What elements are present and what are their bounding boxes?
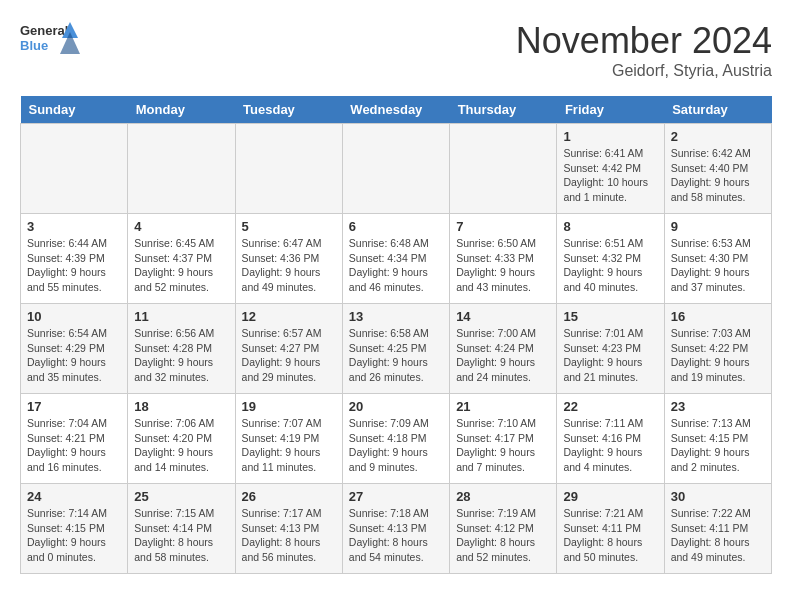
day-info: Sunrise: 6:47 AMSunset: 4:36 PMDaylight:…: [242, 236, 336, 295]
header-tuesday: Tuesday: [235, 96, 342, 124]
day-number: 11: [134, 309, 228, 324]
day-number: 19: [242, 399, 336, 414]
day-number: 18: [134, 399, 228, 414]
header-saturday: Saturday: [664, 96, 771, 124]
logo-svg: General Blue: [20, 20, 80, 58]
day-number: 15: [563, 309, 657, 324]
calendar-cell: 11Sunrise: 6:56 AMSunset: 4:28 PMDayligh…: [128, 304, 235, 394]
day-info: Sunrise: 7:21 AMSunset: 4:11 PMDaylight:…: [563, 506, 657, 565]
day-number: 3: [27, 219, 121, 234]
calendar-cell: 19Sunrise: 7:07 AMSunset: 4:19 PMDayligh…: [235, 394, 342, 484]
day-info: Sunrise: 6:56 AMSunset: 4:28 PMDaylight:…: [134, 326, 228, 385]
day-number: 21: [456, 399, 550, 414]
day-info: Sunrise: 6:50 AMSunset: 4:33 PMDaylight:…: [456, 236, 550, 295]
month-title: November 2024: [516, 20, 772, 62]
day-number: 27: [349, 489, 443, 504]
calendar-cell: 21Sunrise: 7:10 AMSunset: 4:17 PMDayligh…: [450, 394, 557, 484]
day-number: 23: [671, 399, 765, 414]
calendar-cell: 18Sunrise: 7:06 AMSunset: 4:20 PMDayligh…: [128, 394, 235, 484]
calendar-cell: 12Sunrise: 6:57 AMSunset: 4:27 PMDayligh…: [235, 304, 342, 394]
calendar-table: Sunday Monday Tuesday Wednesday Thursday…: [20, 96, 772, 574]
day-info: Sunrise: 7:22 AMSunset: 4:11 PMDaylight:…: [671, 506, 765, 565]
calendar-cell: 25Sunrise: 7:15 AMSunset: 4:14 PMDayligh…: [128, 484, 235, 574]
calendar-header: Sunday Monday Tuesday Wednesday Thursday…: [21, 96, 772, 124]
day-number: 29: [563, 489, 657, 504]
calendar-cell: 30Sunrise: 7:22 AMSunset: 4:11 PMDayligh…: [664, 484, 771, 574]
calendar-cell: 14Sunrise: 7:00 AMSunset: 4:24 PMDayligh…: [450, 304, 557, 394]
day-info: Sunrise: 7:10 AMSunset: 4:17 PMDaylight:…: [456, 416, 550, 475]
day-number: 30: [671, 489, 765, 504]
day-info: Sunrise: 7:03 AMSunset: 4:22 PMDaylight:…: [671, 326, 765, 385]
day-info: Sunrise: 7:06 AMSunset: 4:20 PMDaylight:…: [134, 416, 228, 475]
day-info: Sunrise: 7:11 AMSunset: 4:16 PMDaylight:…: [563, 416, 657, 475]
calendar-cell: 8Sunrise: 6:51 AMSunset: 4:32 PMDaylight…: [557, 214, 664, 304]
svg-text:Blue: Blue: [20, 38, 48, 53]
day-info: Sunrise: 6:53 AMSunset: 4:30 PMDaylight:…: [671, 236, 765, 295]
day-info: Sunrise: 7:04 AMSunset: 4:21 PMDaylight:…: [27, 416, 121, 475]
page-header: General Blue November 2024 Geidorf, Styr…: [20, 20, 772, 80]
calendar-cell: 3Sunrise: 6:44 AMSunset: 4:39 PMDaylight…: [21, 214, 128, 304]
day-number: 4: [134, 219, 228, 234]
logo: General Blue: [20, 20, 80, 58]
day-number: 7: [456, 219, 550, 234]
calendar-cell: 5Sunrise: 6:47 AMSunset: 4:36 PMDaylight…: [235, 214, 342, 304]
calendar-cell: [450, 124, 557, 214]
calendar-cell: 20Sunrise: 7:09 AMSunset: 4:18 PMDayligh…: [342, 394, 449, 484]
calendar-cell: 16Sunrise: 7:03 AMSunset: 4:22 PMDayligh…: [664, 304, 771, 394]
calendar-cell: 9Sunrise: 6:53 AMSunset: 4:30 PMDaylight…: [664, 214, 771, 304]
day-number: 25: [134, 489, 228, 504]
calendar-cell: 28Sunrise: 7:19 AMSunset: 4:12 PMDayligh…: [450, 484, 557, 574]
calendar-cell: [235, 124, 342, 214]
calendar-cell: 13Sunrise: 6:58 AMSunset: 4:25 PMDayligh…: [342, 304, 449, 394]
day-info: Sunrise: 6:51 AMSunset: 4:32 PMDaylight:…: [563, 236, 657, 295]
day-number: 22: [563, 399, 657, 414]
day-info: Sunrise: 6:57 AMSunset: 4:27 PMDaylight:…: [242, 326, 336, 385]
calendar-cell: [21, 124, 128, 214]
location-subtitle: Geidorf, Styria, Austria: [516, 62, 772, 80]
day-info: Sunrise: 7:15 AMSunset: 4:14 PMDaylight:…: [134, 506, 228, 565]
calendar-cell: 15Sunrise: 7:01 AMSunset: 4:23 PMDayligh…: [557, 304, 664, 394]
day-info: Sunrise: 7:07 AMSunset: 4:19 PMDaylight:…: [242, 416, 336, 475]
day-number: 12: [242, 309, 336, 324]
header-monday: Monday: [128, 96, 235, 124]
day-number: 5: [242, 219, 336, 234]
title-area: November 2024 Geidorf, Styria, Austria: [516, 20, 772, 80]
header-thursday: Thursday: [450, 96, 557, 124]
calendar-cell: 2Sunrise: 6:42 AMSunset: 4:40 PMDaylight…: [664, 124, 771, 214]
day-info: Sunrise: 6:45 AMSunset: 4:37 PMDaylight:…: [134, 236, 228, 295]
day-info: Sunrise: 6:42 AMSunset: 4:40 PMDaylight:…: [671, 146, 765, 205]
day-info: Sunrise: 6:44 AMSunset: 4:39 PMDaylight:…: [27, 236, 121, 295]
calendar-cell: 23Sunrise: 7:13 AMSunset: 4:15 PMDayligh…: [664, 394, 771, 484]
day-info: Sunrise: 7:14 AMSunset: 4:15 PMDaylight:…: [27, 506, 121, 565]
day-number: 26: [242, 489, 336, 504]
day-info: Sunrise: 6:58 AMSunset: 4:25 PMDaylight:…: [349, 326, 443, 385]
calendar-cell: 1Sunrise: 6:41 AMSunset: 4:42 PMDaylight…: [557, 124, 664, 214]
calendar-cell: 27Sunrise: 7:18 AMSunset: 4:13 PMDayligh…: [342, 484, 449, 574]
calendar-body: 1Sunrise: 6:41 AMSunset: 4:42 PMDaylight…: [21, 124, 772, 574]
day-info: Sunrise: 7:17 AMSunset: 4:13 PMDaylight:…: [242, 506, 336, 565]
calendar-cell: 10Sunrise: 6:54 AMSunset: 4:29 PMDayligh…: [21, 304, 128, 394]
calendar-cell: 24Sunrise: 7:14 AMSunset: 4:15 PMDayligh…: [21, 484, 128, 574]
calendar-cell: 29Sunrise: 7:21 AMSunset: 4:11 PMDayligh…: [557, 484, 664, 574]
calendar-cell: [128, 124, 235, 214]
day-number: 10: [27, 309, 121, 324]
day-number: 20: [349, 399, 443, 414]
day-number: 2: [671, 129, 765, 144]
header-friday: Friday: [557, 96, 664, 124]
day-info: Sunrise: 7:00 AMSunset: 4:24 PMDaylight:…: [456, 326, 550, 385]
day-number: 28: [456, 489, 550, 504]
calendar-cell: 22Sunrise: 7:11 AMSunset: 4:16 PMDayligh…: [557, 394, 664, 484]
calendar-cell: 7Sunrise: 6:50 AMSunset: 4:33 PMDaylight…: [450, 214, 557, 304]
day-number: 9: [671, 219, 765, 234]
day-info: Sunrise: 7:19 AMSunset: 4:12 PMDaylight:…: [456, 506, 550, 565]
day-number: 6: [349, 219, 443, 234]
header-wednesday: Wednesday: [342, 96, 449, 124]
day-info: Sunrise: 7:09 AMSunset: 4:18 PMDaylight:…: [349, 416, 443, 475]
svg-text:General: General: [20, 23, 68, 38]
day-number: 17: [27, 399, 121, 414]
day-number: 24: [27, 489, 121, 504]
day-number: 13: [349, 309, 443, 324]
calendar-cell: 26Sunrise: 7:17 AMSunset: 4:13 PMDayligh…: [235, 484, 342, 574]
day-info: Sunrise: 7:01 AMSunset: 4:23 PMDaylight:…: [563, 326, 657, 385]
day-info: Sunrise: 7:18 AMSunset: 4:13 PMDaylight:…: [349, 506, 443, 565]
